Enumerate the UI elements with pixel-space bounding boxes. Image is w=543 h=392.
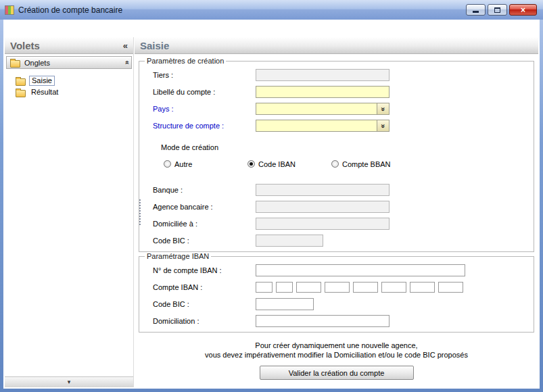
onglets-tree: Saisie Résultat bbox=[5, 69, 133, 98]
radio-icon bbox=[247, 160, 255, 168]
iban-bic-label: Code BIC : bbox=[145, 300, 256, 308]
titlebar[interactable]: Création de compte bancaire × bbox=[0, 0, 543, 20]
creation-group: Paramètres de création Tiers : Libellé d… bbox=[139, 57, 534, 252]
sidebar-scroll-down[interactable]: ▾ bbox=[5, 376, 133, 387]
tiers-row: Tiers : bbox=[145, 66, 528, 83]
client-area: Volets « Onglets » Saisie Résultat ▾ bbox=[3, 20, 540, 389]
structure-select[interactable]: » bbox=[256, 120, 389, 132]
pays-select-value bbox=[256, 103, 377, 114]
libelle-label: Libellé du compte : bbox=[145, 88, 256, 96]
collapse-panel-icon[interactable]: » bbox=[122, 61, 130, 64]
mode-radio-group: Autre Code IBAN Compte BBAN bbox=[145, 155, 528, 172]
close-button[interactable]: × bbox=[509, 4, 537, 16]
maximize-button[interactable] bbox=[488, 4, 507, 16]
close-icon: × bbox=[521, 5, 525, 15]
domiciliation-label: Domiciliation : bbox=[145, 317, 256, 325]
sidebar-item-saisie[interactable]: Saisie bbox=[16, 75, 133, 87]
radio-autre[interactable]: Autre bbox=[164, 160, 247, 168]
iban-segment[interactable] bbox=[438, 282, 463, 293]
iban-group: Paramétrage IBAN N° de compte IBAN : Com… bbox=[139, 252, 534, 333]
mode-row: Mode de création bbox=[145, 139, 528, 155]
agence-label: Agence bancaire : bbox=[145, 203, 256, 211]
iban-bic-field[interactable] bbox=[256, 298, 314, 310]
numero-iban-field[interactable] bbox=[256, 264, 465, 276]
iban-segment[interactable] bbox=[353, 282, 378, 293]
domiciliee-row: Domiciliée à : bbox=[145, 215, 528, 232]
domiciliee-label: Domiciliée à : bbox=[145, 220, 256, 228]
iban-segment[interactable] bbox=[256, 282, 273, 293]
iban-segment[interactable] bbox=[296, 282, 321, 293]
iban-segment[interactable] bbox=[276, 282, 293, 293]
minimize-icon bbox=[473, 11, 479, 13]
mode-label: Mode de création bbox=[145, 143, 218, 151]
banque-field bbox=[256, 184, 389, 196]
structure-select-value bbox=[256, 120, 377, 131]
chevron-down-icon: » bbox=[379, 124, 387, 127]
minimize-button[interactable] bbox=[466, 4, 486, 16]
compte-iban-label: Compte IBAN : bbox=[145, 283, 256, 291]
code-bic-label: Code BIC : bbox=[145, 237, 256, 245]
app-icon bbox=[5, 5, 14, 15]
compte-iban-row: Compte IBAN : bbox=[145, 278, 528, 295]
radio-code-iban[interactable]: Code IBAN bbox=[247, 160, 331, 168]
iban-segment[interactable] bbox=[410, 282, 435, 293]
maximize-icon bbox=[494, 7, 500, 13]
help-note-line1: Pour créer dynamiquement une nouvelle ag… bbox=[139, 341, 534, 350]
radio-compte-bban[interactable]: Compte BBAN bbox=[331, 160, 391, 168]
radio-label: Autre bbox=[174, 160, 192, 168]
sidebar-title: Volets bbox=[10, 40, 40, 51]
pays-select[interactable]: » bbox=[256, 103, 389, 115]
banque-row: Banque : bbox=[145, 181, 528, 198]
help-note-line2: vous devez impérativement modifier la Do… bbox=[139, 350, 534, 360]
folder-icon bbox=[16, 90, 26, 97]
pays-dropdown-button[interactable]: » bbox=[377, 103, 389, 114]
iban-segments bbox=[256, 282, 467, 293]
numero-iban-row: N° de compte IBAN : bbox=[145, 262, 528, 278]
agence-field bbox=[256, 201, 389, 213]
structure-label: Structure de compte : bbox=[145, 122, 256, 130]
pays-label: Pays : bbox=[145, 105, 256, 113]
iban-bic-row: Code BIC : bbox=[145, 295, 528, 312]
banque-label: Banque : bbox=[145, 186, 256, 194]
domiciliee-field bbox=[256, 218, 389, 230]
radio-icon bbox=[331, 160, 339, 168]
tree-item-label: Saisie bbox=[29, 76, 55, 86]
domiciliation-field[interactable] bbox=[256, 315, 389, 327]
code-bic-field bbox=[256, 235, 323, 247]
structure-dropdown-button[interactable]: » bbox=[377, 120, 389, 131]
help-note: Pour créer dynamiquement une nouvelle ag… bbox=[139, 341, 534, 360]
folder-icon bbox=[10, 60, 20, 68]
window-title: Création de compte bancaire bbox=[18, 5, 122, 15]
agence-row: Agence bancaire : bbox=[145, 198, 528, 215]
main-panel: Saisie Paramètres de création Tiers : Li… bbox=[135, 37, 538, 387]
code-bic-row: Code BIC : bbox=[145, 232, 528, 249]
main-header: Saisie bbox=[135, 37, 538, 54]
radio-label: Compte BBAN bbox=[342, 160, 391, 168]
collapse-sidebar-icon[interactable]: « bbox=[123, 41, 128, 51]
pays-row: Pays : » bbox=[145, 100, 528, 117]
window-controls: × bbox=[466, 4, 538, 16]
domiciliation-row: Domiciliation : bbox=[145, 312, 528, 329]
validate-account-button[interactable]: Valider la création du compte bbox=[260, 366, 414, 380]
iban-group-legend: Paramétrage IBAN bbox=[145, 252, 211, 260]
tiers-label: Tiers : bbox=[145, 71, 256, 79]
onglets-panel-bar[interactable]: Onglets » bbox=[6, 56, 132, 69]
numero-iban-label: N° de compte IBAN : bbox=[145, 266, 256, 274]
main-content: Paramètres de création Tiers : Libellé d… bbox=[135, 54, 538, 387]
folder-icon bbox=[16, 78, 26, 86]
onglets-panel-title: Onglets bbox=[24, 59, 50, 67]
iban-segment[interactable] bbox=[325, 282, 350, 293]
scroll-down-icon: ▾ bbox=[68, 378, 71, 385]
chevron-down-icon: » bbox=[379, 107, 387, 110]
structure-row: Structure de compte : » bbox=[145, 117, 528, 134]
tree-item-label: Résultat bbox=[29, 88, 60, 97]
radio-icon bbox=[164, 160, 171, 168]
creation-group-legend: Paramètres de création bbox=[145, 57, 226, 65]
iban-segment[interactable] bbox=[381, 282, 406, 293]
window: Création de compte bancaire × Volets « O… bbox=[0, 0, 543, 392]
radio-label: Code IBAN bbox=[258, 160, 296, 168]
page-title: Saisie bbox=[140, 40, 169, 51]
sidebar: Volets « Onglets » Saisie Résultat ▾ bbox=[5, 37, 134, 387]
sidebar-item-resultat[interactable]: Résultat bbox=[16, 87, 133, 98]
libelle-field[interactable] bbox=[256, 86, 389, 98]
